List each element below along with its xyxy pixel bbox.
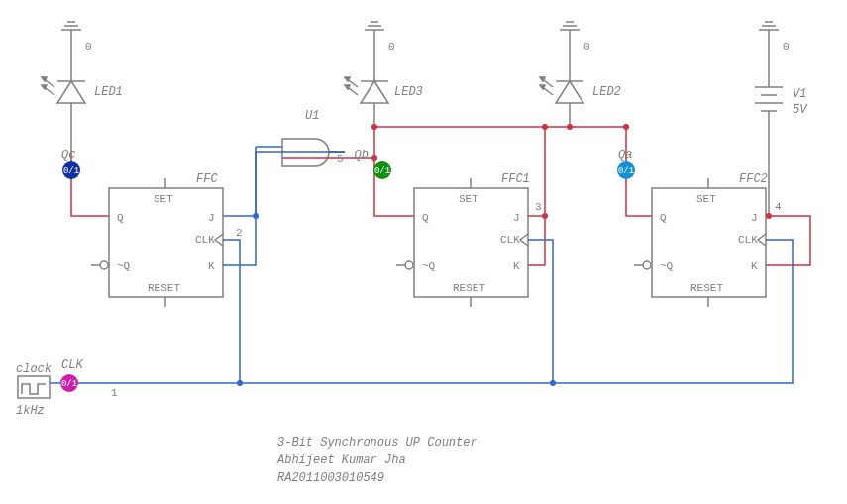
net-vcc-k2 [766, 216, 810, 265]
net-qc [71, 153, 109, 216]
clk-net-label: CLK [61, 358, 83, 372]
svg-point-70 [405, 261, 413, 269]
qa-label: Qa [618, 149, 632, 162]
netnum-2: 2 [236, 227, 243, 239]
net-qa-up [570, 127, 652, 216]
led1-label: LED1 [94, 85, 123, 99]
svg-marker-25 [361, 81, 388, 103]
ground-led2 [560, 22, 580, 45]
svg-text:~Q: ~Q [660, 260, 674, 272]
caption-author: Abhijeet Kumar Jha [276, 454, 406, 467]
svg-point-58 [100, 261, 108, 269]
svg-point-88 [542, 124, 548, 130]
svg-text:0/1: 0/1 [63, 166, 79, 176]
probe-qa: 0/1 [617, 161, 635, 179]
gnd-label-3: 0 [388, 41, 395, 52]
led1 [42, 45, 85, 153]
qb-label: Qb [355, 149, 369, 162]
netnum-3: 3 [535, 201, 542, 213]
netnum-5: 5 [337, 153, 344, 165]
led3 [345, 45, 388, 127]
svg-text:J: J [751, 212, 758, 224]
svg-text:SET: SET [154, 193, 173, 205]
svg-text:0/1: 0/1 [61, 379, 77, 389]
svg-text:CLK: CLK [500, 234, 520, 246]
svg-marker-17 [57, 81, 85, 103]
svg-text:0/1: 0/1 [618, 166, 634, 176]
caption-title: 3-Bit Synchronous UP Counter [277, 436, 477, 450]
svg-point-94 [237, 380, 243, 386]
led3-label: LED3 [394, 85, 423, 99]
qc-label: Qc [61, 149, 75, 162]
ffc2-label: FFC2 [739, 172, 768, 186]
v1-value: 5V [793, 103, 808, 117]
svg-text:J: J [208, 212, 215, 224]
net-u1out [223, 152, 345, 265]
gnd-label-1: 0 [85, 41, 92, 52]
svg-point-84 [371, 155, 377, 161]
svg-point-82 [643, 261, 651, 269]
caption-id: RA2011003010549 [277, 471, 384, 485]
schematic-canvas[interactable]: 0 0 0 0 LED1 [0, 0, 847, 504]
svg-text:~Q: ~Q [117, 260, 131, 272]
ffc1-label: FFC1 [501, 172, 530, 186]
svg-text:RESET: RESET [148, 282, 180, 294]
ffc2: SET RESET Q ~Q J CLK K [634, 178, 766, 307]
svg-text:CLK: CLK [738, 234, 758, 246]
svg-text:RESET: RESET [453, 282, 485, 294]
ffc: SET RESET Q ~Q J CLK K [91, 178, 223, 307]
probe-qc: 0/1 [62, 161, 80, 179]
svg-text:Q: Q [117, 212, 124, 224]
v1-label: V1 [793, 87, 806, 101]
ffc1: SET RESET Q ~Q J CLK K [396, 178, 528, 307]
svg-point-89 [542, 213, 548, 219]
svg-text:RESET: RESET [690, 282, 723, 294]
svg-text:Q: Q [660, 212, 667, 224]
ground-led1 [61, 22, 81, 45]
svg-text:0/1: 0/1 [374, 166, 390, 176]
svg-marker-33 [556, 81, 583, 103]
net-clk-ffc1 [240, 240, 553, 383]
svg-point-90 [766, 213, 772, 219]
svg-text:K: K [513, 260, 520, 272]
svg-text:Q: Q [422, 212, 429, 224]
ffc-label: FFC [196, 172, 218, 186]
gnd-label-2: 0 [583, 41, 590, 52]
ground-led3 [365, 22, 384, 45]
u1-label: U1 [305, 109, 319, 123]
led2 [540, 45, 583, 127]
svg-text:K: K [751, 260, 758, 272]
probe-clk: 0/1 [60, 374, 78, 392]
svg-point-86 [567, 124, 573, 130]
svg-text:J: J [513, 212, 520, 224]
svg-text:SET: SET [696, 193, 716, 205]
svg-text:K: K [208, 260, 215, 272]
probe-qb: 0/1 [373, 161, 391, 179]
svg-point-95 [550, 380, 556, 386]
netnum-1: 1 [111, 387, 118, 399]
net-qa-k1 [528, 127, 545, 265]
led2-label: LED2 [592, 85, 621, 99]
svg-text:SET: SET [459, 193, 478, 205]
ground-v1 [759, 22, 779, 45]
svg-text:CLK: CLK [195, 234, 215, 246]
clock-freq: 1kHz [16, 404, 45, 418]
gnd-label-v1: 0 [783, 41, 790, 52]
svg-point-87 [623, 124, 629, 130]
v1 [755, 45, 783, 216]
netnum-4: 4 [775, 201, 782, 213]
svg-text:~Q: ~Q [422, 260, 436, 272]
clock-label: clock [16, 362, 53, 376]
clock-source [18, 376, 50, 398]
